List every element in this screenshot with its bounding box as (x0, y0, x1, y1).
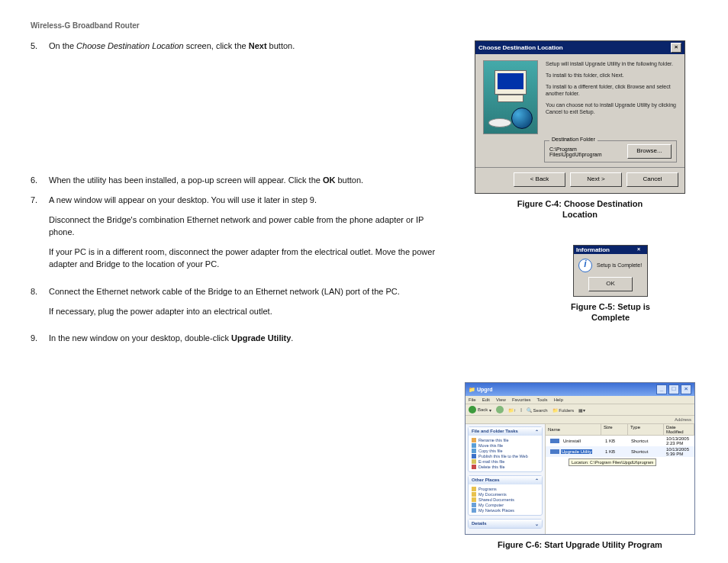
menu-bar: File Edit View Favorites Tools Help (465, 396, 694, 404)
task-delete[interactable]: Delete this file (472, 465, 539, 469)
back-icon (469, 406, 476, 413)
text: Setup will install Upgrade Utility in th… (546, 60, 677, 67)
figure-c5-caption: Figure C-5: Setup is Complete (565, 301, 656, 323)
figure-c6-caption: Figure C-6: Start Upgrade Utility Progra… (498, 539, 662, 550)
step-number: 5. (31, 40, 49, 53)
text: To install to this folder, click Next. (546, 72, 677, 79)
step-number: 7. (31, 195, 49, 278)
file-row[interactable]: Uninstall 1 KB Shortcut 10/13/2005 2:23 … (546, 436, 694, 446)
location-tooltip: Location: C:\Program Files\UpgdUt\progra… (569, 458, 656, 466)
text: button. (335, 175, 363, 185)
panel-title: Other Places (472, 478, 500, 483)
menu-file[interactable]: File (469, 397, 476, 402)
destination-path: C:\Program Files\UpgdUt\program (549, 146, 627, 157)
menu-tools[interactable]: Tools (537, 397, 548, 402)
window-title: 📁 Upgrd (469, 387, 493, 393)
place-programs[interactable]: Programs (472, 487, 539, 491)
task-move[interactable]: Move this file (472, 443, 539, 448)
text: If necessary, plug the power adapter int… (49, 306, 443, 318)
figure-c4-caption: Figure C-4: Choose Destination Location (504, 198, 656, 220)
expand-icon[interactable]: ⌄ (535, 521, 539, 526)
text: Disconnect the Bridge's combination Ethe… (49, 214, 443, 239)
close-icon[interactable]: × (681, 384, 691, 394)
ok-button[interactable]: OK (588, 277, 633, 291)
address-bar: Address (465, 416, 694, 424)
close-icon[interactable]: × (671, 43, 681, 53)
next-button[interactable]: Next > (570, 172, 622, 187)
text: When the utility has been installed, a p… (49, 175, 323, 185)
forward-button[interactable] (496, 406, 504, 413)
file-row-selected[interactable]: Upgrade Utility 1 KB Shortcut 10/13/2005… (546, 446, 694, 457)
menu-help[interactable]: Help (554, 397, 563, 402)
screen-name: Choose Destination Location (76, 41, 184, 50)
details-panel: Details⌄ (468, 519, 543, 529)
back-button[interactable]: < Back (514, 172, 565, 187)
panel-title: Details (472, 521, 487, 526)
shortcut-icon (550, 449, 559, 454)
place-mydocs[interactable]: My Documents (472, 492, 539, 497)
step-number: 6. (31, 175, 49, 187)
text: In the new window on your desktop, doubl… (49, 333, 231, 343)
place-shared[interactable]: Shared Documents (472, 497, 539, 502)
cancel-button[interactable]: Cancel (627, 172, 678, 187)
dialog-title: Information (576, 246, 610, 253)
program-name: Upgrade Utility (231, 333, 291, 343)
button-name: OK (323, 175, 336, 185)
col-type[interactable]: Type (628, 424, 664, 435)
text: To install to a different folder, click … (546, 83, 677, 97)
col-size[interactable]: Size (601, 424, 628, 435)
tasks-sidebar: File and Folder Tasks⌃ Rename this file … (465, 424, 546, 534)
step-7: 7. A new window will appear on your desk… (31, 195, 443, 278)
instructions-column: 5. On the Choose Destination Location sc… (31, 40, 443, 352)
search-button[interactable]: 🔍 Search (527, 407, 548, 413)
dialog-title: Choose Destination Location (478, 44, 563, 51)
text: You can choose not to install Upgrade Ut… (546, 101, 677, 115)
step-5: 5. On the Choose Destination Location sc… (31, 40, 443, 53)
doc-header: Wireless-G Broadband Router (31, 21, 697, 30)
task-copy[interactable]: Copy this file (472, 449, 539, 453)
file-list: Name Size Type Date Modified Uninstall 1… (546, 424, 694, 534)
panel-title: File and Folder Tasks (472, 429, 518, 434)
text: On the (49, 41, 76, 50)
menu-view[interactable]: View (496, 397, 506, 402)
text: button. (267, 41, 295, 50)
close-icon[interactable]: × (637, 246, 645, 253)
figure-c5-dialog: Information × Setup is Complete! OK (573, 245, 648, 297)
collapse-icon[interactable]: ⌃ (535, 478, 539, 483)
message-text: Setup is Complete! (597, 262, 642, 268)
up-button[interactable]: 📁↑ (508, 407, 516, 413)
maximize-icon[interactable]: □ (668, 384, 679, 394)
destination-folder-group: Destination Folder C:\Program Files\Upgd… (544, 140, 677, 162)
place-mycomp[interactable]: My Computer (472, 503, 539, 507)
task-email[interactable]: E-mail this file (472, 459, 539, 464)
place-network[interactable]: My Network Places (472, 508, 539, 513)
step-6: 6. When the utility has been installed, … (31, 175, 443, 187)
info-icon (578, 259, 592, 272)
minimize-icon[interactable]: _ (656, 384, 667, 394)
collapse-icon[interactable]: ⌃ (535, 429, 539, 434)
task-rename[interactable]: Rename this file (472, 438, 539, 442)
folders-button[interactable]: 📁 Folders (552, 407, 575, 413)
file-folder-tasks-panel: File and Folder Tasks⌃ Rename this file … (468, 426, 543, 472)
button-name: Next (249, 41, 267, 50)
menu-favorites[interactable]: Favorites (512, 397, 531, 402)
task-publish[interactable]: Publish this file to the Web (472, 454, 539, 458)
browse-button[interactable]: Browse... (627, 144, 672, 159)
figures-column: Choose Destination Location × Setup will… (465, 40, 694, 563)
figure-c4-dialog: Choose Destination Location × Setup will… (475, 40, 685, 194)
installer-art (483, 60, 538, 134)
col-date[interactable]: Date Modified (664, 424, 694, 435)
text: A new window will appear on your desktop… (49, 195, 443, 207)
figure-c6-window: 📁 Upgrd _ □ × File Edit View Favorites T… (465, 382, 695, 535)
col-name[interactable]: Name (546, 424, 601, 435)
shortcut-icon (550, 439, 559, 443)
step-9: 9. In the new window on your desktop, do… (31, 333, 443, 345)
content-row: 5. On the Choose Destination Location sc… (31, 40, 697, 563)
other-places-panel: Other Places⌃ Programs My Documents Shar… (468, 475, 543, 516)
step-8: 8. Connect the Ethernet network cable of… (31, 286, 443, 326)
group-legend: Destination Folder (549, 137, 598, 142)
text: If your PC is in a different room, disco… (49, 246, 443, 271)
back-button[interactable]: Back ▾ (469, 406, 491, 413)
menu-edit[interactable]: Edit (482, 397, 490, 402)
text: . (291, 333, 293, 343)
